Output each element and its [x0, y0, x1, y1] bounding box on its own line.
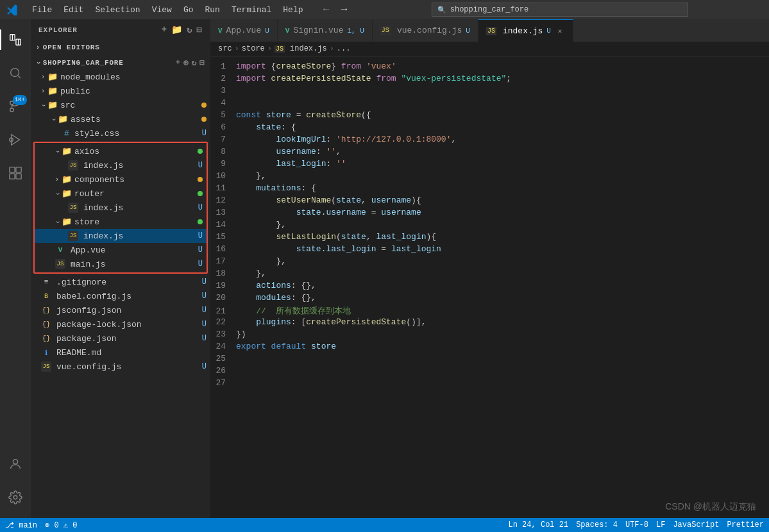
project-root-section[interactable]: › SHOPPING_CAR_FORE + ⊕ ↻ ⊟	[31, 56, 210, 70]
tree-item-package-json[interactable]: {} package.json U	[31, 331, 210, 345]
status-errors[interactable]: ⊗ 0 ⚠ 0	[45, 520, 77, 530]
menu-terminal[interactable]: Terminal	[226, 0, 276, 19]
tree-item-readme[interactable]: ℹ README.md	[31, 345, 210, 360]
tree-item-assets[interactable]: › 📁 assets	[31, 112, 210, 126]
refresh-icon[interactable]: ↻	[187, 24, 192, 35]
tree-item-src[interactable]: › 📁 src	[31, 98, 210, 112]
vue-config-tab-label: vue.config.js	[397, 26, 462, 35]
open-editors-chevron: ›	[36, 44, 40, 51]
router-index-js-icon: JS	[68, 203, 78, 213]
src-chevron: ›	[40, 103, 47, 107]
status-language[interactable]: JavaScript	[673, 520, 719, 529]
extensions-activity-icon[interactable]	[0, 158, 31, 188]
tree-item-package-lock[interactable]: {} package-lock.json U	[31, 317, 210, 331]
back-button[interactable]: ←	[319, 2, 334, 17]
app-vue-icon: V	[55, 245, 65, 255]
tree-item-axios[interactable]: › 📁 axios	[35, 144, 207, 158]
menu-file[interactable]: File	[27, 0, 57, 19]
tab-app-vue[interactable]: V App.vue U	[210, 19, 278, 42]
tree-item-components[interactable]: › 📁 components	[35, 172, 207, 187]
tree-item-gitignore[interactable]: ≡ .gitignore U	[31, 275, 210, 289]
store-index-tab-close[interactable]: ✕	[555, 26, 565, 36]
activity-bar-bottom	[0, 449, 31, 518]
search-activity-icon[interactable]	[0, 58, 31, 88]
run-activity-icon[interactable]	[0, 124, 31, 155]
public-label: public	[60, 87, 210, 96]
gitignore-badge: U	[202, 278, 207, 287]
project-refresh-icon[interactable]: ↻	[192, 58, 198, 68]
store-index-tab-icon: JS	[486, 27, 496, 35]
menu-view[interactable]: View	[147, 0, 177, 19]
code-line-19: 19 actions: {},	[210, 281, 769, 293]
line-content-11: mutations: {	[236, 183, 764, 193]
explorer-activity-icon[interactable]	[0, 24, 31, 55]
tree-item-jsconfig[interactable]: {} jsconfig.json U	[31, 303, 210, 317]
store-index-tab-badge: U	[546, 27, 551, 35]
tab-store-index[interactable]: JS index.js U ✕	[478, 19, 573, 42]
app-vue-tab-icon: V	[218, 27, 223, 35]
line-num-21: 21	[210, 306, 236, 316]
code-line-8: 8 username: '',	[210, 147, 769, 159]
tree-item-app-vue[interactable]: V App.vue U	[35, 243, 207, 257]
search-text: shopping_car_fore	[450, 5, 528, 14]
code-line-7: 7 lookImgUrl: 'http://127.0.0.1:8000',	[210, 135, 769, 147]
tree-item-router-index[interactable]: JS index.js U	[35, 201, 207, 215]
status-ln-col[interactable]: Ln 24, Col 21	[509, 520, 569, 529]
line-content-7: lookImgUrl: 'http://127.0.0.1:8000',	[236, 135, 764, 144]
status-encoding[interactable]: UTF-8	[625, 520, 648, 529]
tree-item-babel-config[interactable]: B babel.config.js U	[31, 289, 210, 303]
open-editors-section[interactable]: › OPEN EDITORS	[31, 40, 210, 54]
forward-button[interactable]: →	[337, 2, 352, 17]
line-num-7: 7	[210, 135, 236, 144]
status-formatter[interactable]: Prettier	[727, 520, 764, 529]
app-vue-label: App.vue	[71, 245, 198, 255]
new-file-icon[interactable]: +	[162, 24, 167, 35]
settings-activity-icon[interactable]	[0, 482, 31, 513]
status-right: Ln 24, Col 21 Spaces: 4 UTF-8 LF JavaScr…	[509, 520, 764, 529]
line-content-16: state.last_login = last_login	[236, 244, 764, 254]
project-new-folder-icon[interactable]: ⊕	[183, 58, 189, 68]
status-eol[interactable]: LF	[656, 520, 665, 529]
code-editor[interactable]: 1 import {createStore} from 'vuex' 2 imp…	[210, 56, 769, 518]
svg-rect-9	[16, 167, 21, 172]
code-line-18: 18 },	[210, 269, 769, 281]
store-index-js-icon: JS	[68, 231, 78, 241]
jsconfig-icon: {}	[41, 305, 51, 315]
status-spaces[interactable]: Spaces: 4	[576, 520, 618, 529]
status-branch[interactable]: ⎇ main	[5, 520, 37, 530]
tree-item-store[interactable]: › 📁 store	[35, 215, 207, 229]
tree-item-router[interactable]: › 📁 router	[35, 187, 207, 201]
line-num-25: 25	[210, 354, 236, 363]
tab-vue-config[interactable]: JS vue.config.js U	[373, 19, 478, 42]
collapse-icon[interactable]: ⊟	[197, 24, 203, 35]
line-content-12: setUserName(state, username){	[236, 195, 764, 205]
menu-selection[interactable]: Selection	[90, 0, 145, 19]
project-collapse-all-icon[interactable]: ⊟	[199, 58, 205, 68]
menu-edit[interactable]: Edit	[58, 0, 89, 19]
account-activity-icon[interactable]	[0, 449, 31, 479]
line-num-19: 19	[210, 281, 236, 290]
line-num-8: 8	[210, 147, 236, 156]
tree-item-node-modules[interactable]: › 📁 node_modules	[31, 70, 210, 84]
tree-item-vue-config[interactable]: JS vue.config.js U	[31, 360, 210, 374]
tree-item-axios-index[interactable]: JS index.js U	[35, 158, 207, 172]
new-folder-icon[interactable]: 📁	[171, 24, 183, 35]
tree-item-style-css[interactable]: # style.css U	[31, 126, 210, 140]
line-content-21: // 所有数据缓存到本地	[236, 305, 764, 317]
code-line-5: 5 const store = createStore({	[210, 110, 769, 122]
signin-tab-icon: V	[285, 27, 290, 35]
line-num-12: 12	[210, 195, 236, 205]
menu-run[interactable]: Run	[199, 0, 224, 19]
tree-item-main-js[interactable]: JS main.js U	[35, 257, 207, 271]
search-bar[interactable]: 🔍 shopping_car_fore	[432, 3, 688, 17]
menu-help[interactable]: Help	[278, 0, 308, 19]
tree-item-store-index[interactable]: JS index.js U	[35, 229, 207, 243]
axios-dot	[198, 149, 203, 154]
line-content-1: import {createStore} from 'vuex'	[236, 62, 764, 71]
app-vue-tab-label: App.vue	[226, 26, 262, 35]
tab-signin-vue[interactable]: V Signin.vue 1, U	[278, 19, 373, 42]
menu-go[interactable]: Go	[178, 0, 199, 19]
source-control-activity-icon[interactable]: 1K+	[0, 91, 31, 122]
tree-item-public[interactable]: › 📁 public	[31, 84, 210, 98]
project-new-file-icon[interactable]: +	[175, 58, 181, 68]
